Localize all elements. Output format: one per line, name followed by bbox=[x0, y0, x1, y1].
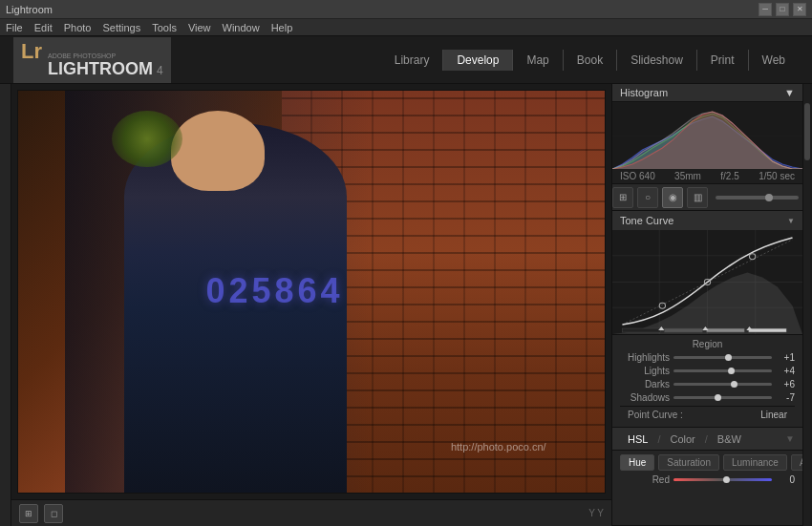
watermark-url: http://photo.poco.cn/ bbox=[451, 441, 546, 452]
nav-map[interactable]: Map bbox=[512, 50, 562, 71]
left-panel bbox=[0, 84, 11, 526]
nav-tabs: Library Develop Map Book Slideshow Print… bbox=[381, 50, 799, 71]
menu-window[interactable]: Window bbox=[223, 22, 260, 33]
menu-help[interactable]: Help bbox=[271, 22, 293, 33]
highlights-label: Highlights bbox=[620, 352, 670, 363]
lights-row: Lights +4 bbox=[620, 366, 795, 376]
hue-red-thumb[interactable] bbox=[723, 476, 730, 483]
highlights-track[interactable] bbox=[673, 356, 772, 359]
nav-develop[interactable]: Develop bbox=[442, 50, 512, 71]
hsl-subtab-saturation[interactable]: Saturation bbox=[658, 454, 719, 471]
svg-rect-14 bbox=[664, 328, 702, 332]
nav-book[interactable]: Book bbox=[563, 50, 616, 71]
logo-version: 4 bbox=[157, 64, 163, 77]
right-wrapper: Histogram ▼ bbox=[611, 84, 812, 526]
lights-thumb[interactable] bbox=[728, 368, 735, 374]
logo-name: LIGHTROOM bbox=[48, 59, 153, 79]
histogram-canvas bbox=[612, 102, 802, 169]
right-scrollbar[interactable] bbox=[802, 84, 810, 526]
hsl-tab-bw[interactable]: B&W bbox=[710, 431, 749, 447]
graduated-filter[interactable]: ▥ bbox=[687, 187, 708, 208]
histogram-section: Histogram ▼ bbox=[612, 84, 802, 184]
point-curve-label: Point Curve : bbox=[628, 410, 760, 420]
hsl-subtab-all[interactable]: All bbox=[791, 454, 802, 471]
app-title: Lightroom bbox=[6, 4, 759, 15]
shadows-row: Shadows -7 bbox=[620, 392, 795, 403]
tone-curve-chevron: ▼ bbox=[787, 217, 795, 225]
shadows-thumb[interactable] bbox=[715, 394, 721, 401]
svg-rect-15 bbox=[706, 328, 744, 332]
exposure-slider[interactable] bbox=[716, 196, 799, 200]
highlights-row: Highlights +1 bbox=[620, 352, 795, 363]
photo-canvas: 025864 http://photo.poco.cn/ bbox=[18, 91, 605, 493]
lights-value: +4 bbox=[776, 366, 795, 376]
red-eye[interactable]: ◉ bbox=[662, 187, 683, 208]
hsl-tab-color[interactable]: Color bbox=[662, 431, 702, 447]
shadows-value: -7 bbox=[776, 392, 795, 403]
menu-edit[interactable]: Edit bbox=[34, 22, 53, 33]
hsl-section: HSL / Color / B&W ▼ Hue Saturation Lumin… bbox=[612, 428, 802, 526]
app-logo: Lr ADOBE PHOTOSHOP LIGHTROOM 4 bbox=[13, 37, 171, 83]
scrollbar-thumb[interactable] bbox=[804, 103, 810, 160]
spot-removal[interactable]: ○ bbox=[637, 187, 658, 208]
nav-library[interactable]: Library bbox=[381, 50, 443, 71]
tone-curve-header[interactable]: Tone Curve ▼ bbox=[612, 211, 802, 230]
close-button[interactable]: ✕ bbox=[793, 3, 806, 16]
histogram-meta: ISO 640 35mm f/2.5 1/50 sec bbox=[612, 169, 802, 183]
histogram-header[interactable]: Histogram ▼ bbox=[612, 84, 802, 102]
region-sliders: Region Highlights +1 Lights +4 bbox=[612, 335, 802, 427]
meta-focal: 35mm bbox=[674, 171, 701, 181]
right-panel: Histogram ▼ bbox=[611, 84, 802, 526]
crop-tool[interactable]: ⊞ bbox=[612, 187, 633, 208]
minimize-button[interactable]: ─ bbox=[759, 3, 772, 16]
tone-curve-title: Tone Curve bbox=[620, 215, 673, 226]
hsl-tab-hsl[interactable]: HSL bbox=[620, 431, 655, 447]
hue-red-track[interactable] bbox=[673, 478, 772, 481]
darks-value: +6 bbox=[776, 379, 795, 389]
menu-photo[interactable]: Photo bbox=[64, 22, 92, 33]
hsl-sub-tab-bar: Hue Saturation Luminance All bbox=[620, 454, 795, 471]
app-header: Lr ADOBE PHOTOSHOP LIGHTROOM 4 Library D… bbox=[0, 36, 812, 84]
darks-thumb[interactable] bbox=[731, 381, 737, 388]
person-head bbox=[171, 111, 265, 191]
zoom-info: Y Y bbox=[588, 508, 604, 518]
hsl-subtab-luminance[interactable]: Luminance bbox=[723, 454, 787, 471]
nav-print[interactable]: Print bbox=[696, 50, 748, 71]
maximize-button[interactable]: □ bbox=[776, 3, 789, 16]
tone-curve-chart bbox=[612, 230, 802, 334]
tone-curve-canvas bbox=[612, 230, 802, 335]
tone-curve-section: Tone Curve ▼ bbox=[612, 211, 802, 428]
menu-bar: File Edit Photo Settings Tools View Wind… bbox=[0, 19, 812, 36]
svg-rect-16 bbox=[748, 328, 786, 332]
histogram-chevron: ▼ bbox=[784, 87, 795, 98]
grid-view-button[interactable]: ⊞ bbox=[19, 504, 38, 523]
darks-row: Darks +6 bbox=[620, 379, 795, 389]
nav-slideshow[interactable]: Slideshow bbox=[616, 50, 696, 71]
center-panel: 025864 http://photo.poco.cn/ ⊞ ◻ Y Y bbox=[11, 84, 611, 526]
menu-view[interactable]: View bbox=[188, 22, 211, 33]
meta-aperture: f/2.5 bbox=[720, 171, 738, 181]
highlights-thumb[interactable] bbox=[725, 354, 732, 361]
hsl-subtab-hue[interactable]: Hue bbox=[620, 454, 654, 471]
darks-label: Darks bbox=[620, 379, 670, 389]
hsl-expand: ▼ bbox=[785, 433, 795, 444]
title-bar: Lightroom ─ □ ✕ bbox=[0, 0, 812, 19]
menu-settings[interactable]: Settings bbox=[102, 22, 140, 33]
loupe-view-button[interactable]: ◻ bbox=[44, 504, 63, 523]
tool-strip: ⊞ ○ ◉ ▥ bbox=[612, 184, 802, 211]
menu-file[interactable]: File bbox=[6, 22, 23, 33]
hue-red-value: 0 bbox=[776, 474, 795, 485]
highlights-value: +1 bbox=[776, 352, 795, 363]
lights-track[interactable] bbox=[673, 369, 772, 372]
meta-shutter: 1/50 sec bbox=[759, 171, 795, 181]
darks-track[interactable] bbox=[673, 383, 772, 386]
logo-lr: Lr bbox=[21, 41, 42, 62]
menu-tools[interactable]: Tools bbox=[152, 22, 177, 33]
nav-web[interactable]: Web bbox=[748, 50, 799, 71]
shadows-track[interactable] bbox=[673, 396, 772, 399]
exposure-thumb[interactable] bbox=[765, 194, 773, 201]
main-content: 025864 http://photo.poco.cn/ ⊞ ◻ Y Y His… bbox=[0, 84, 812, 526]
region-label: Region bbox=[620, 339, 795, 349]
lights-label: Lights bbox=[620, 366, 670, 376]
image-toolbar: ⊞ ◻ Y Y bbox=[11, 499, 611, 526]
